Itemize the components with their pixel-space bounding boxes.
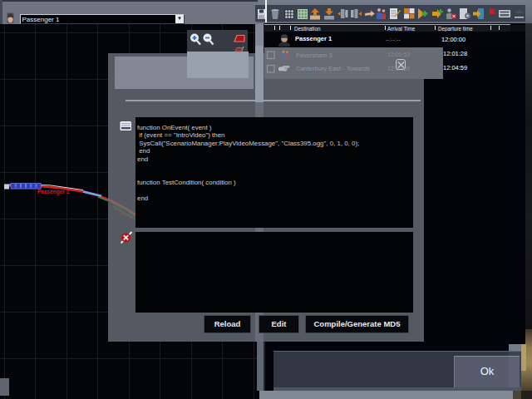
svg-text:Arrival Time: Arrival Time: [387, 26, 416, 32]
svg-text:Faversham 3: Faversham 3: [296, 52, 332, 59]
svg-text:12:00:53: 12:00:53: [387, 52, 410, 57]
svg-text:Canterbury East - Towards: Canterbury East - Towards: [296, 65, 370, 72]
svg-text:Departure time: Departure time: [438, 26, 473, 32]
svg-text:Passenger 1: Passenger 1: [37, 189, 70, 195]
svg-text:Destination: Destination: [294, 26, 321, 32]
